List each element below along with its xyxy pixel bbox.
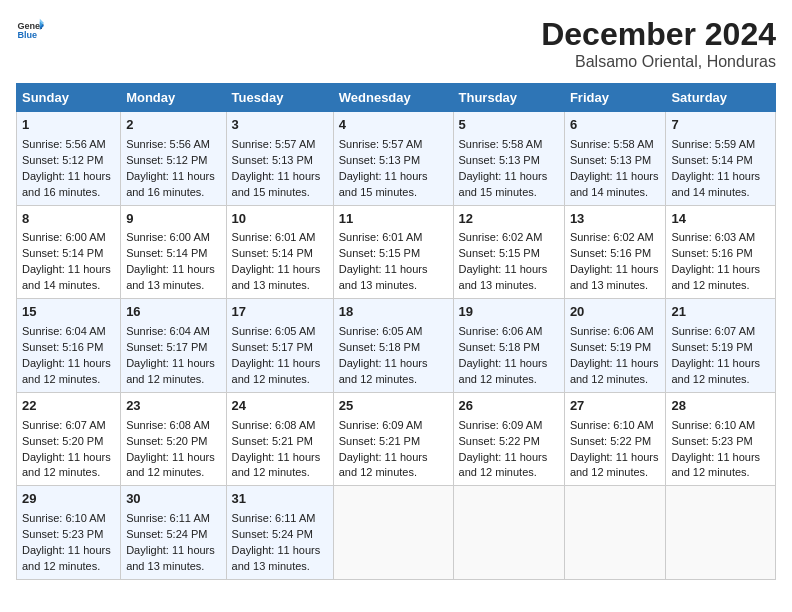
daylight-label: Daylight: 11 hours and 12 minutes. <box>22 357 111 385</box>
day-number: 17 <box>232 303 328 322</box>
sunrise-label: Sunrise: 6:11 AM <box>232 512 316 524</box>
daylight-label: Daylight: 11 hours and 12 minutes. <box>339 451 428 479</box>
day-number: 16 <box>126 303 220 322</box>
day-number: 11 <box>339 210 448 229</box>
sunrise-label: Sunrise: 6:02 AM <box>570 231 654 243</box>
header: General Blue December 2024 Balsamo Orien… <box>16 16 776 71</box>
sunset-label: Sunset: 5:12 PM <box>22 154 103 166</box>
daylight-label: Daylight: 11 hours and 12 minutes. <box>671 357 760 385</box>
calendar-week-row: 1 Sunrise: 5:56 AM Sunset: 5:12 PM Dayli… <box>17 112 776 206</box>
daylight-label: Daylight: 11 hours and 12 minutes. <box>671 263 760 291</box>
sunset-label: Sunset: 5:20 PM <box>126 435 207 447</box>
sunrise-label: Sunrise: 6:07 AM <box>22 419 106 431</box>
day-number: 18 <box>339 303 448 322</box>
calendar-cell: 30 Sunrise: 6:11 AM Sunset: 5:24 PM Dayl… <box>121 486 226 580</box>
day-number: 4 <box>339 116 448 135</box>
sunset-label: Sunset: 5:16 PM <box>22 341 103 353</box>
sunrise-label: Sunrise: 5:57 AM <box>339 138 423 150</box>
day-number: 27 <box>570 397 661 416</box>
calendar-cell: 7 Sunrise: 5:59 AM Sunset: 5:14 PM Dayli… <box>666 112 776 206</box>
daylight-label: Daylight: 11 hours and 13 minutes. <box>339 263 428 291</box>
calendar-cell: 26 Sunrise: 6:09 AM Sunset: 5:22 PM Dayl… <box>453 392 564 486</box>
day-number: 25 <box>339 397 448 416</box>
day-number: 14 <box>671 210 770 229</box>
day-number: 24 <box>232 397 328 416</box>
day-number: 6 <box>570 116 661 135</box>
daylight-label: Daylight: 11 hours and 12 minutes. <box>22 544 111 572</box>
calendar-cell: 29 Sunrise: 6:10 AM Sunset: 5:23 PM Dayl… <box>17 486 121 580</box>
sunrise-label: Sunrise: 6:00 AM <box>126 231 210 243</box>
sunrise-label: Sunrise: 6:09 AM <box>339 419 423 431</box>
calendar-cell: 1 Sunrise: 5:56 AM Sunset: 5:12 PM Dayli… <box>17 112 121 206</box>
sunset-label: Sunset: 5:19 PM <box>570 341 651 353</box>
sunrise-label: Sunrise: 5:59 AM <box>671 138 755 150</box>
daylight-label: Daylight: 11 hours and 13 minutes. <box>459 263 548 291</box>
sunset-label: Sunset: 5:13 PM <box>339 154 420 166</box>
calendar-cell: 14 Sunrise: 6:03 AM Sunset: 5:16 PM Dayl… <box>666 205 776 299</box>
day-number: 23 <box>126 397 220 416</box>
sunrise-label: Sunrise: 6:09 AM <box>459 419 543 431</box>
sunrise-label: Sunrise: 6:03 AM <box>671 231 755 243</box>
calendar-cell: 5 Sunrise: 5:58 AM Sunset: 5:13 PM Dayli… <box>453 112 564 206</box>
logo: General Blue <box>16 16 44 44</box>
sunrise-label: Sunrise: 6:06 AM <box>570 325 654 337</box>
sunset-label: Sunset: 5:14 PM <box>232 247 313 259</box>
sunset-label: Sunset: 5:22 PM <box>570 435 651 447</box>
calendar-cell: 25 Sunrise: 6:09 AM Sunset: 5:21 PM Dayl… <box>333 392 453 486</box>
sunset-label: Sunset: 5:14 PM <box>671 154 752 166</box>
daylight-label: Daylight: 11 hours and 15 minutes. <box>339 170 428 198</box>
calendar-cell: 12 Sunrise: 6:02 AM Sunset: 5:15 PM Dayl… <box>453 205 564 299</box>
sunrise-label: Sunrise: 6:10 AM <box>570 419 654 431</box>
sunrise-label: Sunrise: 5:57 AM <box>232 138 316 150</box>
sunset-label: Sunset: 5:13 PM <box>570 154 651 166</box>
sunrise-label: Sunrise: 6:02 AM <box>459 231 543 243</box>
calendar-cell: 4 Sunrise: 5:57 AM Sunset: 5:13 PM Dayli… <box>333 112 453 206</box>
daylight-label: Daylight: 11 hours and 13 minutes. <box>126 544 215 572</box>
sunrise-label: Sunrise: 6:05 AM <box>339 325 423 337</box>
sunrise-label: Sunrise: 5:58 AM <box>570 138 654 150</box>
calendar-cell: 3 Sunrise: 5:57 AM Sunset: 5:13 PM Dayli… <box>226 112 333 206</box>
calendar-cell: 21 Sunrise: 6:07 AM Sunset: 5:19 PM Dayl… <box>666 299 776 393</box>
daylight-label: Daylight: 11 hours and 15 minutes. <box>232 170 321 198</box>
daylight-label: Daylight: 11 hours and 13 minutes. <box>232 263 321 291</box>
calendar-cell: 19 Sunrise: 6:06 AM Sunset: 5:18 PM Dayl… <box>453 299 564 393</box>
sunrise-label: Sunrise: 6:06 AM <box>459 325 543 337</box>
sunset-label: Sunset: 5:19 PM <box>671 341 752 353</box>
calendar-week-row: 8 Sunrise: 6:00 AM Sunset: 5:14 PM Dayli… <box>17 205 776 299</box>
calendar-cell: 20 Sunrise: 6:06 AM Sunset: 5:19 PM Dayl… <box>564 299 666 393</box>
svg-text:Blue: Blue <box>17 30 37 40</box>
daylight-label: Daylight: 11 hours and 12 minutes. <box>671 451 760 479</box>
calendar-cell: 24 Sunrise: 6:08 AM Sunset: 5:21 PM Dayl… <box>226 392 333 486</box>
daylight-label: Daylight: 11 hours and 12 minutes. <box>126 451 215 479</box>
sunset-label: Sunset: 5:21 PM <box>339 435 420 447</box>
day-number: 29 <box>22 490 115 509</box>
day-number: 13 <box>570 210 661 229</box>
calendar-cell: 10 Sunrise: 6:01 AM Sunset: 5:14 PM Dayl… <box>226 205 333 299</box>
sunset-label: Sunset: 5:21 PM <box>232 435 313 447</box>
calendar-cell <box>453 486 564 580</box>
day-number: 12 <box>459 210 559 229</box>
day-number: 28 <box>671 397 770 416</box>
day-number: 31 <box>232 490 328 509</box>
calendar-cell: 27 Sunrise: 6:10 AM Sunset: 5:22 PM Dayl… <box>564 392 666 486</box>
sunset-label: Sunset: 5:14 PM <box>126 247 207 259</box>
day-number: 8 <box>22 210 115 229</box>
daylight-label: Daylight: 11 hours and 12 minutes. <box>570 451 659 479</box>
sunrise-label: Sunrise: 6:05 AM <box>232 325 316 337</box>
daylight-label: Daylight: 11 hours and 13 minutes. <box>126 263 215 291</box>
sunset-label: Sunset: 5:18 PM <box>459 341 540 353</box>
day-number: 3 <box>232 116 328 135</box>
sunrise-label: Sunrise: 6:01 AM <box>232 231 316 243</box>
calendar-cell: 22 Sunrise: 6:07 AM Sunset: 5:20 PM Dayl… <box>17 392 121 486</box>
calendar-cell: 2 Sunrise: 5:56 AM Sunset: 5:12 PM Dayli… <box>121 112 226 206</box>
calendar-table: Sunday Monday Tuesday Wednesday Thursday… <box>16 83 776 580</box>
sunset-label: Sunset: 5:18 PM <box>339 341 420 353</box>
day-number: 21 <box>671 303 770 322</box>
sunset-label: Sunset: 5:17 PM <box>126 341 207 353</box>
day-number: 10 <box>232 210 328 229</box>
sunrise-label: Sunrise: 5:56 AM <box>22 138 106 150</box>
day-number: 7 <box>671 116 770 135</box>
sunrise-label: Sunrise: 6:00 AM <box>22 231 106 243</box>
day-number: 2 <box>126 116 220 135</box>
daylight-label: Daylight: 11 hours and 14 minutes. <box>570 170 659 198</box>
